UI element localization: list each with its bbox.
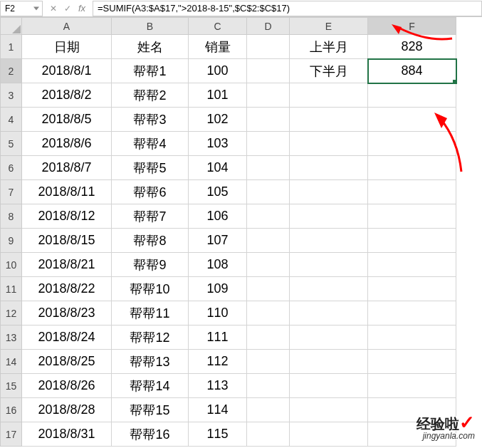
cell-A13[interactable]: 2018/8/24	[22, 325, 112, 350]
col-header-A[interactable]: A	[22, 18, 112, 35]
cell-A3[interactable]: 2018/8/2	[22, 83, 112, 108]
row-header-11[interactable]: 11	[1, 277, 22, 301]
cell-A9[interactable]: 2018/8/15	[22, 229, 112, 253]
cell-A5[interactable]: 2018/8/6	[22, 132, 112, 156]
cell-A4[interactable]: 2018/8/5	[22, 108, 112, 132]
cell-B17[interactable]: 帮帮16	[112, 422, 189, 447]
row-header-1[interactable]: 1	[1, 35, 22, 59]
cancel-icon[interactable]: ✕	[50, 4, 57, 14]
cell-C1[interactable]: 销量	[189, 35, 247, 59]
cell-E3[interactable]	[290, 83, 368, 108]
cell-B13[interactable]: 帮帮12	[112, 325, 189, 350]
cell-E8[interactable]	[290, 204, 368, 229]
row-header-10[interactable]: 10	[1, 253, 22, 277]
row-header-4[interactable]: 4	[1, 108, 22, 132]
cell-C10[interactable]: 108	[189, 253, 247, 277]
cell-E15[interactable]	[290, 374, 368, 398]
cell-E1[interactable]: 上半月	[290, 35, 368, 59]
cell-A2[interactable]: 2018/8/1	[22, 59, 112, 83]
cell-E14[interactable]	[290, 350, 368, 374]
row-header-12[interactable]: 12	[1, 301, 22, 325]
cell-B6[interactable]: 帮帮5	[112, 156, 189, 180]
cell-B4[interactable]: 帮帮3	[112, 108, 189, 132]
cell-F3[interactable]	[368, 83, 456, 108]
col-header-B[interactable]: B	[112, 18, 189, 35]
cell-F12[interactable]	[368, 301, 456, 325]
cell-D14[interactable]	[247, 350, 290, 374]
cell-E7[interactable]	[290, 180, 368, 204]
cell-C8[interactable]: 106	[189, 204, 247, 229]
cell-C6[interactable]: 104	[189, 156, 247, 180]
cell-C17[interactable]: 115	[189, 422, 247, 447]
cell-D15[interactable]	[247, 374, 290, 398]
cell-B3[interactable]: 帮帮2	[112, 83, 189, 108]
cell-D13[interactable]	[247, 325, 290, 350]
cell-C7[interactable]: 105	[189, 180, 247, 204]
row-header-6[interactable]: 6	[1, 156, 22, 180]
cell-C2[interactable]: 100	[189, 59, 247, 83]
cell-A6[interactable]: 2018/8/7	[22, 156, 112, 180]
cell-B1[interactable]: 姓名	[112, 35, 189, 59]
cell-B14[interactable]: 帮帮13	[112, 350, 189, 374]
cell-D17[interactable]	[247, 422, 290, 447]
cell-E12[interactable]	[290, 301, 368, 325]
cell-D3[interactable]	[247, 83, 290, 108]
cell-B10[interactable]: 帮帮9	[112, 253, 189, 277]
row-header-2[interactable]: 2	[1, 59, 22, 83]
cell-C11[interactable]: 109	[189, 277, 247, 301]
cell-E17[interactable]	[290, 422, 368, 447]
row-header-17[interactable]: 17	[1, 422, 22, 447]
enter-icon[interactable]: ✓	[64, 4, 71, 14]
row-header-9[interactable]: 9	[1, 229, 22, 253]
cell-A16[interactable]: 2018/8/28	[22, 398, 112, 422]
select-all-corner[interactable]	[1, 18, 22, 35]
cell-A11[interactable]: 2018/8/22	[22, 277, 112, 301]
cell-C3[interactable]: 101	[189, 83, 247, 108]
row-header-15[interactable]: 15	[1, 374, 22, 398]
cell-D16[interactable]	[247, 398, 290, 422]
cell-B7[interactable]: 帮帮6	[112, 180, 189, 204]
col-header-C[interactable]: C	[189, 18, 247, 35]
cell-A17[interactable]: 2018/8/31	[22, 422, 112, 447]
fx-icon[interactable]: fx	[78, 3, 85, 14]
cell-F7[interactable]	[368, 180, 456, 204]
cell-F11[interactable]	[368, 277, 456, 301]
formula-input[interactable]: =SUMIF(A3:$A$17,">2018-8-15",$C$2:$C$17)	[93, 1, 482, 16]
cell-D10[interactable]	[247, 253, 290, 277]
cell-C15[interactable]: 113	[189, 374, 247, 398]
cell-C9[interactable]: 107	[189, 229, 247, 253]
row-header-13[interactable]: 13	[1, 325, 22, 350]
row-header-5[interactable]: 5	[1, 132, 22, 156]
cell-D6[interactable]	[247, 156, 290, 180]
cell-F10[interactable]	[368, 253, 456, 277]
row-header-7[interactable]: 7	[1, 180, 22, 204]
cell-B11[interactable]: 帮帮10	[112, 277, 189, 301]
cell-B15[interactable]: 帮帮14	[112, 374, 189, 398]
cell-A1[interactable]: 日期	[22, 35, 112, 59]
cell-F9[interactable]	[368, 229, 456, 253]
cell-F1[interactable]: 828	[368, 35, 456, 59]
cell-A12[interactable]: 2018/8/23	[22, 301, 112, 325]
cell-B8[interactable]: 帮帮7	[112, 204, 189, 229]
cell-E10[interactable]	[290, 253, 368, 277]
cell-F13[interactable]	[368, 325, 456, 350]
cell-E11[interactable]	[290, 277, 368, 301]
cell-C14[interactable]: 112	[189, 350, 247, 374]
cell-F15[interactable]	[368, 374, 456, 398]
cell-F8[interactable]	[368, 204, 456, 229]
cell-F5[interactable]	[368, 132, 456, 156]
cell-E4[interactable]	[290, 108, 368, 132]
cell-B2[interactable]: 帮帮1	[112, 59, 189, 83]
cell-F2[interactable]: 884	[368, 59, 456, 83]
row-header-3[interactable]: 3	[1, 83, 22, 108]
cell-C5[interactable]: 103	[189, 132, 247, 156]
row-header-8[interactable]: 8	[1, 204, 22, 229]
col-header-D[interactable]: D	[247, 18, 290, 35]
cell-E16[interactable]	[290, 398, 368, 422]
row-header-14[interactable]: 14	[1, 350, 22, 374]
cell-A8[interactable]: 2018/8/12	[22, 204, 112, 229]
cell-D5[interactable]	[247, 132, 290, 156]
cell-B12[interactable]: 帮帮11	[112, 301, 189, 325]
row-header-16[interactable]: 16	[1, 398, 22, 422]
cell-D2[interactable]	[247, 59, 290, 83]
